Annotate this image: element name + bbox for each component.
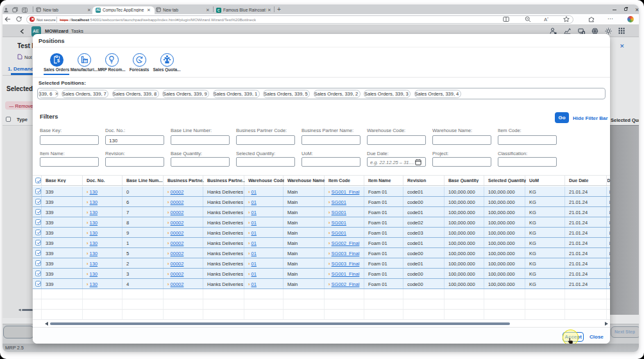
svg-text:$: $ bbox=[57, 58, 60, 63]
